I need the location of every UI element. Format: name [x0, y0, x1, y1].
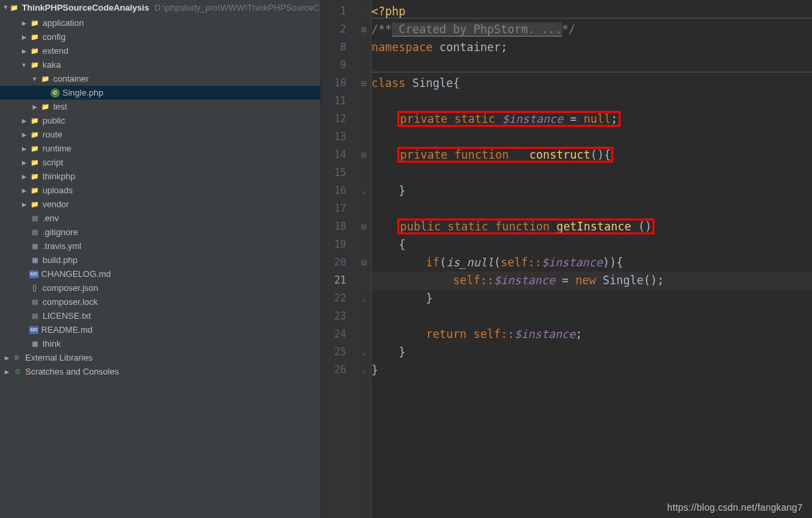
tree-item[interactable]: MDREADME.md: [0, 323, 320, 337]
fold-marker[interactable]: [357, 92, 371, 110]
chevron-right-icon[interactable]: [20, 131, 28, 138]
tree-item[interactable]: 📁config: [0, 30, 320, 44]
line-number[interactable]: 26: [321, 361, 357, 379]
line-number[interactable]: 16: [321, 182, 357, 200]
fold-marker[interactable]: [357, 325, 371, 343]
tree-item[interactable]: ▤.gitignore: [0, 225, 320, 239]
chevron-right-icon[interactable]: [20, 159, 28, 166]
tree-item[interactable]: 📁kaka: [0, 58, 320, 72]
tree-item-label: script: [43, 157, 63, 167]
fold-marker[interactable]: ⊟: [357, 218, 371, 236]
fold-strip[interactable]: ⊞⊟⊟⌞⊟⊟⌞⌞⌞: [357, 0, 371, 518]
chevron-right-icon[interactable]: [20, 145, 28, 152]
line-number[interactable]: 2: [321, 21, 357, 39]
fold-marker[interactable]: [357, 128, 371, 146]
line-number[interactable]: 20: [321, 254, 357, 272]
tree-item[interactable]: 📁route: [0, 128, 320, 141]
line-number[interactable]: 1: [321, 3, 357, 21]
chevron-right-icon[interactable]: [20, 173, 28, 180]
line-number[interactable]: 11: [321, 92, 357, 110]
tree-item[interactable]: ▦.travis.yml: [0, 239, 320, 253]
chevron-right-icon[interactable]: [20, 201, 28, 208]
chevron-right-icon[interactable]: [3, 369, 11, 375]
code-area[interactable]: <?php /** Created by PhpStorm. ...*/ nam…: [371, 0, 812, 518]
line-gutter[interactable]: 12891011121314151617181920212223242526: [321, 0, 357, 518]
tree-item[interactable]: CSingle.php: [0, 86, 320, 100]
tree-item[interactable]: 📁uploads: [0, 183, 320, 197]
line-number[interactable]: 25: [321, 343, 357, 361]
line-number[interactable]: 12: [321, 110, 357, 128]
fold-marker[interactable]: [357, 307, 371, 325]
fold-marker[interactable]: [357, 236, 371, 254]
chevron-right-icon[interactable]: [20, 118, 28, 124]
tree-item-label: composer.lock: [43, 297, 98, 307]
chevron-right-icon[interactable]: [20, 20, 28, 27]
txt-icon: ▤: [29, 311, 40, 321]
tree-item-label: route: [43, 130, 62, 139]
tree-item-label: thinkphp: [43, 171, 75, 181]
tree-item[interactable]: 📁public: [0, 114, 320, 128]
tree-item[interactable]: ▤.env: [0, 211, 320, 225]
tree-item[interactable]: MDCHANGELOG.md: [0, 267, 320, 281]
line-number[interactable]: 18: [321, 218, 357, 236]
line-number[interactable]: 14: [321, 146, 357, 164]
fold-marker[interactable]: [357, 110, 371, 128]
tree-item[interactable]: ▤LICENSE.txt: [0, 309, 320, 323]
line-number[interactable]: 9: [321, 56, 357, 74]
chevron-down-icon[interactable]: [20, 62, 28, 68]
chevron-right-icon[interactable]: [20, 187, 28, 194]
chevron-down-icon[interactable]: [31, 76, 39, 82]
fold-marker[interactable]: [357, 164, 371, 182]
line-number[interactable]: 17: [321, 200, 357, 218]
fold-marker[interactable]: ⊞: [357, 21, 371, 39]
fold-marker[interactable]: [357, 3, 371, 21]
line-number[interactable]: 19: [321, 236, 357, 254]
fold-marker[interactable]: [357, 56, 371, 74]
fold-marker[interactable]: ⊟: [357, 254, 371, 272]
tree-item[interactable]: 📁script: [0, 155, 320, 169]
tree-item[interactable]: 📁vendor: [0, 197, 320, 211]
code-line: [371, 92, 812, 110]
tree-item[interactable]: 📁container: [0, 72, 320, 86]
tree-item[interactable]: 📁extend: [0, 44, 320, 58]
chevron-right-icon[interactable]: [31, 104, 39, 110]
chevron-right-icon[interactable]: [20, 48, 28, 54]
fold-marker[interactable]: [357, 39, 371, 56]
tree-item[interactable]: 📁thinkphp: [0, 169, 320, 183]
tree-item[interactable]: 📁application: [0, 16, 320, 30]
fold-marker[interactable]: ⌞: [357, 290, 371, 307]
line-number[interactable]: 15: [321, 164, 357, 182]
tree-item-label: extend: [43, 46, 68, 56]
line-number[interactable]: 10: [321, 74, 357, 92]
code-line: private static $instance = null;: [371, 110, 812, 128]
fold-marker[interactable]: ⊟: [357, 146, 371, 164]
fold-marker[interactable]: ⌞: [357, 343, 371, 361]
folder-icon: 📁: [10, 2, 18, 13]
tree-item[interactable]: ⚙Scratches and Consoles: [0, 365, 320, 379]
folder-icon: 📁: [29, 32, 40, 43]
tree-item[interactable]: ▦think: [0, 337, 320, 351]
fold-marker[interactable]: [357, 200, 371, 218]
folder-icon: 📁: [29, 143, 40, 154]
tree-item[interactable]: {}composer.json: [0, 281, 320, 295]
tree-item[interactable]: ▦build.php: [0, 253, 320, 267]
fold-marker[interactable]: ⌞: [357, 361, 371, 379]
chevron-right-icon[interactable]: [3, 355, 11, 361]
tree-item[interactable]: 📁runtime: [0, 141, 320, 155]
tree-item[interactable]: ⊪External Libraries: [0, 351, 320, 365]
file-tree[interactable]: 📁application📁config📁extend📁kaka📁containe…: [0, 15, 320, 518]
line-number[interactable]: 21: [321, 272, 357, 290]
fold-marker[interactable]: ⊟: [357, 74, 371, 92]
line-number[interactable]: 22: [321, 290, 357, 307]
chevron-right-icon[interactable]: [20, 34, 28, 41]
line-number[interactable]: 23: [321, 307, 357, 325]
line-number[interactable]: 8: [321, 39, 357, 56]
line-number[interactable]: 24: [321, 325, 357, 343]
fold-marker[interactable]: ⌞: [357, 182, 371, 200]
project-root-row[interactable]: 📁 ThinkPHPSourceCodeAnalysis D:\phpstudy…: [0, 0, 320, 15]
chevron-down-icon[interactable]: [3, 4, 9, 11]
fold-marker[interactable]: [357, 272, 371, 290]
line-number[interactable]: 13: [321, 128, 357, 146]
tree-item[interactable]: ▤composer.lock: [0, 295, 320, 309]
tree-item[interactable]: 📁test: [0, 100, 320, 114]
